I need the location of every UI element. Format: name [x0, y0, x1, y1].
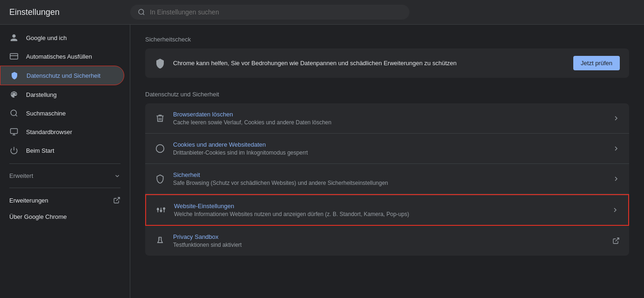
sidebar-item-google[interactable]: Google und ich — [0, 28, 124, 47]
privacy-sandbox-text: Privacy Sandbox Testfunktionen sind akti… — [173, 233, 605, 248]
security-check-description: Chrome kann helfen, Sie vor Bedrohungen … — [173, 60, 566, 67]
settings-item-privacy-sandbox[interactable]: Privacy Sandbox Testfunktionen sind akti… — [145, 226, 629, 256]
security-text: Sicherheit Safe Browsing (Schutz vor sch… — [173, 171, 605, 186]
sidebar-item-label-default-browser: Standardbrowser — [26, 129, 115, 135]
external-link-icon — [113, 196, 121, 204]
main-content: Sicherheitscheck Chrome kann helfen, Sie… — [130, 25, 644, 298]
security-check-card: Chrome kann helfen, Sie vor Bedrohungen … — [145, 48, 629, 78]
settings-item-browser-data[interactable]: Browserdaten löschen Cache leeren sowie … — [145, 103, 629, 134]
main-layout: Google und ich Automatisches Ausfüllen D… — [0, 25, 644, 298]
cookies-title: Cookies und andere Websitedaten — [173, 141, 605, 148]
svg-point-9 — [156, 145, 164, 153]
search-input[interactable] — [150, 8, 402, 16]
magnifier-icon — [9, 108, 19, 118]
cookie-icon — [154, 143, 166, 154]
sidebar-advanced[interactable]: Erweitert — [0, 168, 130, 184]
security-title: Sicherheit — [173, 171, 605, 178]
svg-rect-4 — [11, 129, 18, 134]
browser-data-title: Browserdaten löschen — [173, 111, 605, 118]
power-icon — [9, 146, 19, 155]
arrow-icon-1 — [612, 145, 620, 152]
security-desc: Safe Browsing (Schutz vor schädlichen We… — [173, 180, 605, 186]
privacy-section-title: Datenschutz und Sicherheit — [145, 91, 629, 98]
cookies-desc: Drittanbieter-Cookies sind im Inkognitom… — [173, 149, 605, 156]
svg-point-0 — [139, 9, 144, 14]
settings-item-security[interactable]: Sicherheit Safe Browsing (Schutz vor sch… — [145, 164, 629, 194]
sidebar-divider — [9, 163, 121, 164]
svg-line-17 — [616, 238, 619, 241]
shield-icon — [10, 71, 19, 80]
monitor-icon — [9, 127, 19, 136]
sidebar-advanced-label: Erweitert — [9, 172, 33, 179]
credit-card-icon — [9, 52, 19, 61]
person-icon — [9, 33, 19, 42]
search-icon — [138, 8, 145, 16]
website-settings-text: Website-Einstellungen Welche Information… — [174, 203, 604, 217]
sidebar-item-autofill[interactable]: Automatisches Ausfüllen — [0, 47, 124, 66]
sidebar-item-label-search: Suchmaschine — [26, 110, 115, 117]
sidebar-item-label-privacy: Datenschutz und Sicherheit — [27, 72, 114, 79]
sidebar-extensions-label: Erweiterungen — [9, 197, 48, 204]
page-title: Einstellungen — [9, 7, 130, 17]
sidebar-item-privacy[interactable]: Datenschutz und Sicherheit — [0, 66, 124, 85]
sliders-icon — [155, 204, 167, 216]
sidebar-item-label-startup: Beim Start — [26, 147, 115, 154]
sidebar-item-label-appearance: Darstellung — [26, 91, 115, 98]
sidebar-item-about[interactable]: Über Google Chrome — [0, 209, 124, 225]
security-check-section-title: Sicherheitscheck — [145, 36, 629, 43]
security-check-button[interactable]: Jetzt prüfen — [573, 56, 620, 70]
sidebar-extensions[interactable]: Erweiterungen — [0, 192, 130, 209]
privacy-sandbox-desc: Testfunktionen sind aktiviert — [173, 242, 605, 248]
arrow-icon-2 — [612, 175, 620, 183]
arrow-icon-3 — [611, 206, 619, 214]
sidebar-item-startup[interactable]: Beim Start — [0, 141, 124, 160]
sidebar-item-label-about: Über Google Chrome — [9, 213, 115, 220]
svg-line-8 — [116, 197, 120, 201]
sidebar-item-appearance[interactable]: Darstellung — [0, 85, 124, 104]
chevron-down-icon — [114, 173, 121, 179]
browser-data-desc: Cache leeren sowie Verlauf, Cookies und … — [173, 119, 605, 126]
svg-point-3 — [11, 110, 16, 115]
privacy-sandbox-title: Privacy Sandbox — [173, 233, 605, 240]
browser-data-text: Browserdaten löschen Cache leeren sowie … — [173, 111, 605, 126]
security-shield-icon — [154, 58, 166, 69]
svg-rect-1 — [10, 54, 18, 59]
sidebar-item-label-autofill: Automatisches Ausfüllen — [26, 53, 115, 60]
website-settings-title: Website-Einstellungen — [174, 203, 604, 210]
cookies-text: Cookies und andere Websitedaten Drittanb… — [173, 141, 605, 156]
sidebar-item-default-browser[interactable]: Standardbrowser — [0, 122, 124, 141]
sidebar: Google und ich Automatisches Ausfüllen D… — [0, 25, 130, 298]
sidebar-item-label-google: Google und ich — [26, 34, 115, 41]
shield-small-icon — [154, 173, 166, 184]
flask-icon — [154, 235, 166, 246]
settings-item-website-settings[interactable]: Website-Einstellungen Welche Information… — [145, 194, 629, 226]
search-bar[interactable] — [130, 5, 409, 20]
trash-icon — [154, 113, 166, 124]
arrow-icon-0 — [612, 115, 620, 122]
external-link-icon-sandbox — [612, 237, 620, 244]
privacy-settings-list: Browserdaten löschen Cache leeren sowie … — [145, 103, 629, 256]
header: Einstellungen — [0, 0, 644, 25]
security-check-text: Chrome kann helfen, Sie vor Bedrohungen … — [173, 60, 566, 67]
settings-item-cookies[interactable]: Cookies und andere Websitedaten Drittanb… — [145, 134, 629, 164]
sidebar-item-search[interactable]: Suchmaschine — [0, 104, 124, 122]
palette-icon — [9, 90, 19, 99]
sidebar-divider-2 — [9, 188, 121, 188]
website-settings-desc: Welche Informationen Websites nutzen und… — [174, 211, 604, 217]
